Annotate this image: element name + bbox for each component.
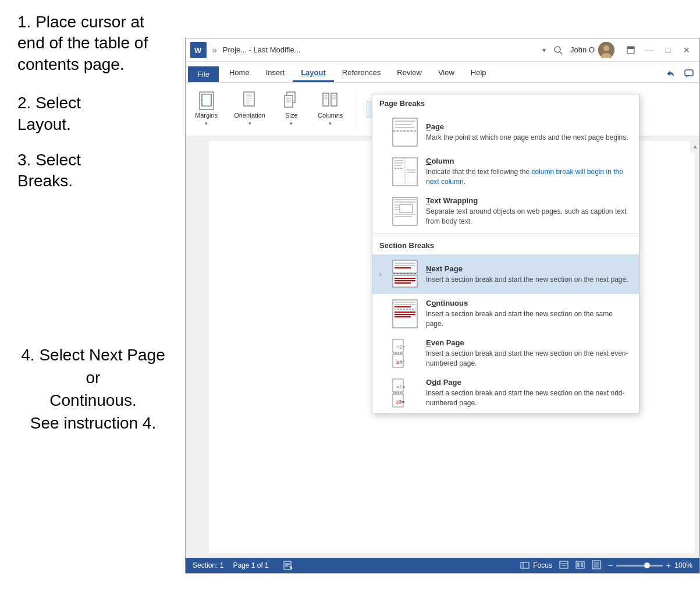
tab-layout[interactable]: Layout — [293, 65, 334, 82]
title-search-btn[interactable] — [549, 43, 567, 57]
word-window: W » Proje... - Last Modifie... ▾ John O — [185, 38, 700, 574]
break-textwrap-title: Text Wrapping — [426, 196, 632, 205]
break-column-icon — [391, 157, 419, 187]
break-oddpage-title: Odd Page — [426, 378, 632, 387]
restore-btn[interactable]: □ — [660, 43, 676, 57]
margins-arrow: ▾ — [205, 121, 208, 126]
svg-point-2 — [555, 47, 560, 52]
chevron-next-page: › — [379, 271, 384, 278]
size-btn[interactable]: Size ▾ — [277, 90, 306, 129]
break-textwrap-item[interactable]: Text Wrapping Separate text around objec… — [372, 192, 639, 231]
break-nextpage-title: Next Page — [426, 264, 632, 273]
window-controls[interactable]: — □ ✕ — [623, 43, 695, 57]
svg-rect-73 — [395, 316, 411, 317]
tab-insert[interactable]: Insert — [258, 65, 293, 82]
break-page-item[interactable]: Page Mark the point at which one page en… — [372, 112, 639, 152]
tab-help[interactable]: Help — [463, 65, 495, 82]
break-evenpage-text: Even Page Insert a section break and sta… — [426, 338, 632, 369]
break-column-item[interactable]: Column Indicate that the text following … — [372, 152, 639, 192]
svg-rect-63 — [395, 278, 415, 279]
zoom-slider[interactable] — [616, 565, 663, 567]
svg-rect-42 — [395, 160, 403, 161]
columns-arrow: ▾ — [329, 121, 332, 126]
view-btn-3[interactable] — [592, 560, 601, 571]
search-icon — [553, 45, 563, 55]
break-continuous-desc: Insert a section break and start the new… — [426, 309, 632, 329]
svg-rect-47 — [407, 172, 415, 173]
comment-icon — [684, 69, 694, 79]
breaks-dropdown: Page Breaks Page Mark the point at which… — [372, 94, 639, 413]
svg-rect-25 — [331, 93, 337, 106]
svg-rect-54 — [395, 209, 399, 210]
svg-rect-17 — [246, 100, 251, 101]
orientation-btn[interactable]: Orientation ▾ — [229, 90, 270, 129]
view-icon-1 — [559, 560, 568, 569]
minimize-btn[interactable]: — — [641, 43, 658, 57]
focus-btn[interactable]: Focus — [520, 561, 552, 570]
word-icon: W — [190, 42, 207, 58]
status-doc-icon[interactable] — [283, 561, 292, 570]
page-breaks-header: Page Breaks — [372, 94, 639, 112]
comment-btn[interactable] — [681, 66, 697, 82]
svg-rect-44 — [395, 165, 401, 166]
margins-btn[interactable]: Margins ▾ — [190, 90, 222, 129]
break-column-desc: Indicate that the text following the col… — [426, 167, 632, 187]
svg-rect-15 — [246, 94, 252, 97]
tab-home[interactable]: Home — [221, 65, 258, 82]
instructions-panel: 1. Place cursor at end of the table of c… — [0, 0, 186, 571]
user-info: John O — [570, 42, 614, 58]
svg-rect-46 — [407, 169, 415, 171]
break-page-desc: Mark the point at which one page ends an… — [426, 133, 632, 143]
close-btn[interactable]: ✕ — [678, 43, 695, 57]
break-continuous-item[interactable]: Continuous Insert a section break and st… — [372, 294, 639, 334]
title-dropdown-arrow[interactable]: ▾ — [542, 46, 546, 54]
zoom-minus-btn[interactable]: − — [608, 561, 613, 570]
svg-text:=2=: =2= — [396, 344, 406, 350]
svg-rect-11 — [202, 94, 211, 106]
break-oddpage-desc: Insert a section break and start the new… — [426, 388, 632, 408]
view-btn-1[interactable] — [559, 560, 568, 571]
step3-num: 3. SelectBreaks. — [17, 151, 81, 190]
columns-btn[interactable]: Columns ▾ — [313, 90, 347, 129]
svg-rect-43 — [395, 162, 403, 164]
svg-rect-71 — [395, 312, 415, 313]
svg-rect-95 — [577, 562, 580, 567]
doc-stats-icon — [283, 561, 292, 570]
title-bar: W » Proje... - Last Modifie... ▾ John O — [186, 38, 699, 62]
svg-rect-91 — [560, 561, 568, 568]
tab-view[interactable]: View — [430, 65, 463, 82]
svg-rect-56 — [395, 216, 412, 217]
step2-num: 2. SelectLayout. — [17, 94, 81, 133]
tab-review[interactable]: Review — [389, 65, 430, 82]
svg-rect-96 — [581, 562, 583, 567]
break-textwrap-text: Text Wrapping Separate text around objec… — [426, 196, 632, 227]
view-btn-2[interactable] — [575, 560, 585, 571]
quick-access-arrows[interactable]: » — [210, 45, 219, 55]
zoom-plus-btn[interactable]: + — [666, 561, 671, 570]
tab-references[interactable]: References — [334, 65, 389, 82]
break-nextpage-desc: Insert a section break and start the new… — [426, 275, 632, 285]
tab-file[interactable]: File — [188, 66, 219, 82]
status-bar: Section: 1 Page 1 of 1 Focus — [186, 558, 699, 573]
break-page-text: Page Mark the point at which one page en… — [426, 122, 632, 143]
status-section: Section: 1 — [193, 561, 223, 569]
break-nextpage-item[interactable]: › Next Page Insert a section break and s… — [372, 254, 639, 294]
svg-rect-37 — [395, 121, 415, 122]
break-evenpage-item[interactable]: =2= ≥4= Even Page Insert a section break… — [372, 334, 639, 373]
svg-rect-60 — [395, 267, 411, 268]
scroll-up-btn[interactable]: ∧ — [690, 141, 699, 153]
svg-rect-8 — [627, 47, 634, 49]
ribbon-toggle-btn[interactable] — [623, 43, 639, 57]
break-evenpage-desc: Insert a section break and start the new… — [426, 349, 632, 369]
columns-icon — [321, 92, 340, 111]
svg-rect-72 — [395, 314, 415, 315]
svg-rect-59 — [395, 265, 415, 266]
zoom-thumb — [644, 562, 650, 568]
break-oddpage-icon: =1= ≥3= — [391, 378, 419, 408]
break-oddpage-item[interactable]: =1= ≥3= Odd Page Insert a section break … — [372, 373, 639, 413]
instruction-2: 2. SelectLayout. — [17, 93, 169, 135]
svg-rect-84 — [284, 561, 291, 569]
svg-rect-24 — [323, 93, 329, 106]
share-btn[interactable] — [662, 66, 678, 82]
svg-rect-69 — [395, 306, 411, 307]
